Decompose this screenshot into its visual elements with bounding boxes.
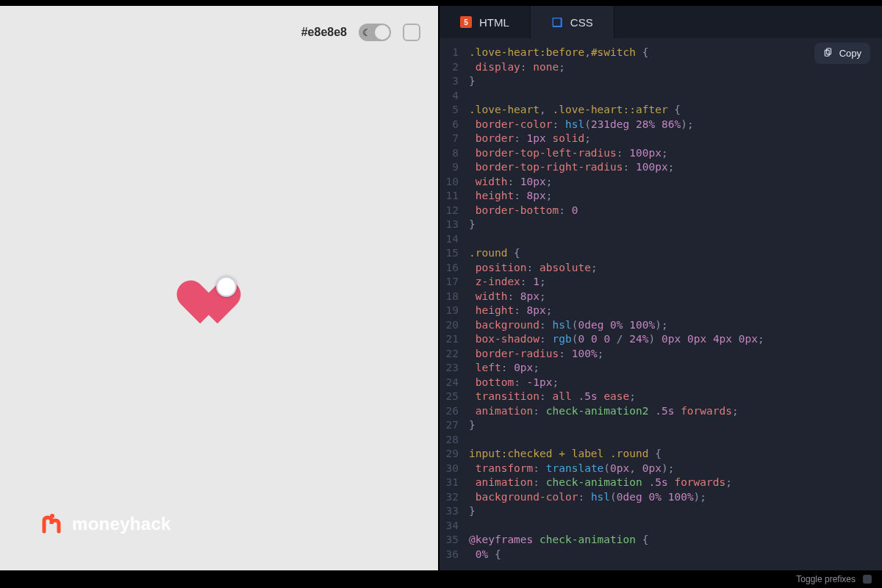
code-line: 7 border: 1px solid;	[440, 132, 882, 146]
code-line: 27}	[440, 418, 882, 433]
code-line: 33}	[440, 504, 882, 519]
code-line: 32 background-color: hsl(0deg 0% 100%);	[440, 490, 882, 505]
code-line: 9 border-top-right-radius: 100px;	[440, 160, 882, 175]
code-line: 13}	[440, 218, 882, 232]
brand: moneyhack	[41, 513, 171, 535]
toggle-prefixes-label[interactable]: Toggle prefixes	[796, 574, 856, 584]
tab-css-label: CSS	[570, 16, 593, 29]
code-line: 15.round {	[440, 246, 882, 261]
code-line: 20 background: hsl(0deg 0% 100%);	[440, 318, 882, 333]
code-line: 31 animation: check-animation .5s forwar…	[440, 476, 882, 490]
code-line: 19 height: 8px;	[440, 304, 882, 318]
code-line: 2 display: none;	[440, 60, 882, 75]
code-line: 17 z-index: 1;	[440, 275, 882, 290]
tab-html-label: HTML	[479, 16, 509, 29]
preview-panel: #e8e8e8 ☾ moneyhack	[0, 6, 438, 570]
tab-html[interactable]: HTML	[440, 6, 531, 38]
code-line: 28	[440, 433, 882, 448]
code-line: 3}	[440, 74, 882, 89]
code-line: 4	[440, 89, 882, 104]
code-line: 10 width: 10px;	[440, 175, 882, 190]
status-bar: Toggle prefixes	[0, 570, 882, 588]
code-line: 22 border-radius: 100%;	[440, 347, 882, 362]
code-line: 25 transition: all .5s ease;	[440, 390, 882, 404]
code-line: 35@keyframes check-animation {	[440, 533, 882, 548]
code-line: 30 transform: translate(0px, 0px);	[440, 462, 882, 476]
fullscreen-button[interactable]	[403, 24, 420, 41]
heart-switch-demo[interactable]	[182, 276, 235, 316]
code-line: 36 0% {	[440, 548, 882, 562]
preview-controls: #e8e8e8 ☾	[301, 24, 420, 41]
html5-icon	[460, 16, 472, 28]
svg-point-0	[50, 514, 54, 518]
editor-panel: HTML ❑ CSS Copy 1.love-heart:before,#swi…	[438, 6, 882, 570]
window-top-strip	[0, 0, 882, 6]
code-line: 12 border-bottom: 0	[440, 204, 882, 218]
css-icon: ❑	[551, 16, 563, 28]
code-line: 1.love-heart:before,#switch {	[440, 46, 882, 60]
brand-icon	[41, 513, 63, 535]
editor-tabs: HTML ❑ CSS	[440, 6, 882, 38]
code-line: 21 box-shadow: rgb(0 0 0 / 24%) 0px 0px …	[440, 332, 882, 347]
code-line: 11 height: 8px;	[440, 189, 882, 204]
theme-toggle[interactable]: ☾	[359, 24, 391, 41]
code-line: 23 left: 0px;	[440, 361, 882, 376]
code-line: 34	[440, 519, 882, 534]
code-line: 24 bottom: -1px;	[440, 376, 882, 390]
code-line: 16 position: absolute;	[440, 261, 882, 276]
heart-switch-knob	[216, 276, 237, 297]
moon-icon: ☾	[362, 27, 371, 38]
theme-toggle-knob	[375, 25, 390, 40]
code-area[interactable]: 1.love-heart:before,#switch {2 display: …	[440, 38, 882, 570]
code-line: 14	[440, 232, 882, 247]
code-line: 18 width: 8px;	[440, 290, 882, 304]
main-split: #e8e8e8 ☾ moneyhack	[0, 6, 882, 570]
background-hex-label: #e8e8e8	[301, 26, 347, 39]
toggle-prefixes-switch[interactable]	[863, 575, 872, 584]
brand-text: moneyhack	[72, 514, 171, 534]
tab-css[interactable]: ❑ CSS	[531, 6, 614, 38]
code-line: 6 border-color: hsl(231deg 28% 86%);	[440, 118, 882, 132]
code-line: 8 border-top-left-radius: 100px;	[440, 146, 882, 161]
code-line: 29input:checked + label .round {	[440, 447, 882, 462]
code-line: 26 animation: check-animation2 .5s forwa…	[440, 404, 882, 419]
code-line: 5.love-heart, .love-heart::after {	[440, 103, 882, 118]
